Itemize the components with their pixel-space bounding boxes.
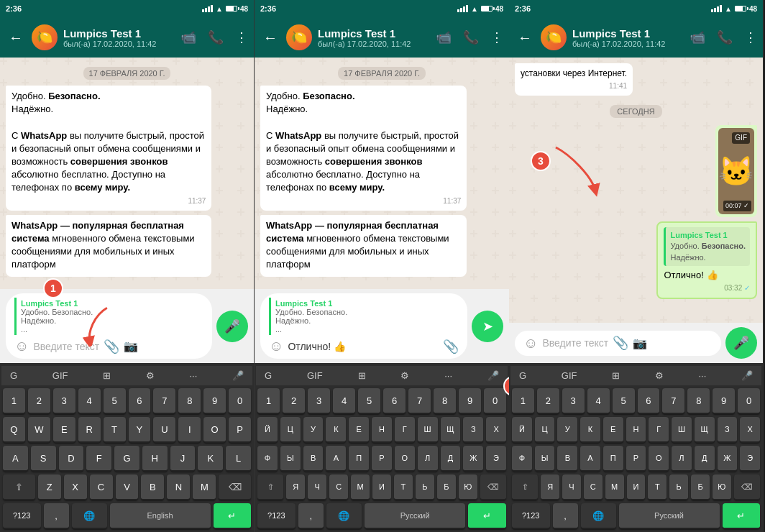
key-s[interactable]: S: [31, 446, 56, 472]
key-h[interactable]: H: [142, 446, 168, 472]
kb-tool-g[interactable]: G: [7, 369, 20, 382]
emoji-button-1[interactable]: ☺: [14, 338, 29, 354]
key-n[interactable]: N: [167, 474, 190, 500]
call-icon-3[interactable]: 📞: [717, 29, 733, 45]
kb-tool-g-2[interactable]: G: [262, 369, 275, 382]
key-k[interactable]: K: [198, 446, 223, 472]
text-input-placeholder-1[interactable]: Введите текст: [33, 341, 99, 352]
key-y[interactable]: Y: [129, 417, 151, 443]
key-globe-2[interactable]: 🌐: [326, 503, 362, 529]
key-r[interactable]: R: [78, 417, 101, 443]
send-button-2[interactable]: ➤: [472, 311, 503, 342]
key-num-3[interactable]: ?123: [512, 503, 550, 529]
key-0[interactable]: 0: [229, 388, 251, 414]
key-v[interactable]: V: [116, 474, 139, 500]
text-input-2[interactable]: Отлично! 👍: [288, 341, 439, 352]
call-icon-2[interactable]: 📞: [463, 29, 479, 45]
key-r1[interactable]: 1: [257, 388, 280, 414]
key-r4[interactable]: 4: [333, 388, 355, 414]
kb-tool-g-3[interactable]: G: [516, 369, 529, 382]
kb-tool-gif[interactable]: GIF: [50, 369, 71, 382]
menu-icon-2[interactable]: ⋮: [490, 29, 503, 45]
key-c[interactable]: C: [90, 474, 113, 500]
key-z[interactable]: Z: [38, 474, 61, 500]
attach-button-3[interactable]: 📎: [613, 335, 628, 351]
key-r3[interactable]: 3: [308, 388, 330, 414]
key-w[interactable]: W: [28, 417, 50, 443]
key-space-2[interactable]: Русский: [365, 503, 465, 529]
kb-tool-settings-3[interactable]: ⚙: [652, 369, 666, 382]
text-input-placeholder-3[interactable]: Введите текст: [542, 337, 608, 349]
back-button[interactable]: ←: [6, 27, 26, 49]
key-r8[interactable]: 8: [434, 388, 456, 414]
back-button-2[interactable]: ←: [260, 27, 280, 49]
kb-tool-grid[interactable]: ⊞: [100, 369, 114, 382]
key-space-3[interactable]: Русский: [619, 503, 720, 529]
key-4[interactable]: 4: [78, 388, 101, 414]
kb-tool-gif-2[interactable]: GIF: [304, 369, 326, 382]
kb-tool-mic-3[interactable]: 🎤: [738, 369, 756, 382]
key-enter-2[interactable]: ↵: [468, 503, 506, 529]
key-shift[interactable]: ⇧: [3, 474, 35, 500]
kb-tool-mic-2[interactable]: 🎤: [485, 369, 502, 382]
key-r7[interactable]: 7: [408, 388, 431, 414]
call-icon[interactable]: 📞: [208, 29, 224, 45]
key-comma-1[interactable]: ,: [44, 503, 69, 529]
kb-tool-grid-3[interactable]: ⊞: [609, 369, 623, 382]
key-6[interactable]: 6: [129, 388, 151, 414]
key-q[interactable]: Q: [3, 417, 25, 443]
key-comma-3[interactable]: ,: [553, 503, 578, 529]
kb-tool-more-3[interactable]: ···: [695, 369, 709, 382]
key-2[interactable]: 2: [28, 388, 50, 414]
mic-button-3[interactable]: 🎤: [725, 327, 757, 359]
key-i[interactable]: I: [178, 417, 201, 443]
key-r9[interactable]: 9: [459, 388, 481, 414]
key-x[interactable]: X: [64, 474, 87, 500]
key-num-1[interactable]: ?123: [3, 503, 41, 529]
header-info-3[interactable]: Lumpics Test 1 был(-а) 17.02.2020, 11:42: [572, 27, 684, 48]
video-call-icon[interactable]: 📹: [180, 29, 196, 45]
menu-icon-3[interactable]: ⋮: [744, 29, 757, 45]
kb-tool-gif-3[interactable]: GIF: [559, 369, 580, 382]
attach-button-1[interactable]: 📎: [104, 339, 119, 354]
key-num-2[interactable]: ?123: [257, 503, 296, 529]
key-3[interactable]: 3: [53, 388, 75, 414]
header-info-1[interactable]: Lumpics Test 1 был(-а) 17.02.2020, 11:42: [63, 27, 175, 48]
camera-button-3[interactable]: 📷: [633, 336, 647, 350]
kb-tool-more-2[interactable]: ···: [441, 369, 455, 382]
key-8[interactable]: 8: [178, 388, 201, 414]
mic-button-1[interactable]: 🎤: [216, 311, 248, 342]
key-9[interactable]: 9: [203, 388, 226, 414]
kb-tool-grid-2[interactable]: ⊞: [355, 369, 369, 382]
key-comma-2[interactable]: ,: [298, 503, 324, 529]
key-l[interactable]: L: [226, 446, 251, 472]
header-info-2[interactable]: Lumpics Test 1 был(-а) 17.02.2020, 11:42: [318, 27, 430, 48]
key-5[interactable]: 5: [104, 388, 126, 414]
key-r0[interactable]: 0: [484, 388, 506, 414]
key-m[interactable]: M: [193, 474, 216, 500]
menu-icon[interactable]: ⋮: [235, 29, 248, 45]
key-e[interactable]: E: [53, 417, 75, 443]
key-r5[interactable]: 5: [358, 388, 380, 414]
key-r2[interactable]: 2: [283, 388, 305, 414]
key-a[interactable]: A: [3, 446, 28, 472]
camera-button-1[interactable]: 📷: [124, 339, 138, 353]
emoji-button-2[interactable]: ☺: [269, 338, 283, 354]
key-d[interactable]: D: [59, 446, 84, 472]
emoji-button-3[interactable]: ☺: [523, 335, 538, 352]
key-globe-1[interactable]: 🌐: [72, 503, 107, 529]
kb-tool-settings-2[interactable]: ⚙: [398, 369, 412, 382]
key-f[interactable]: F: [86, 446, 111, 472]
key-t[interactable]: T: [104, 417, 126, 443]
key-enter-1[interactable]: ↵: [214, 503, 252, 529]
key-b[interactable]: B: [141, 474, 164, 500]
key-r6[interactable]: 6: [383, 388, 406, 414]
attach-button-2[interactable]: 📎: [443, 339, 459, 354]
key-o[interactable]: O: [203, 417, 226, 443]
kb-tool-mic[interactable]: 🎤: [229, 369, 247, 382]
key-u[interactable]: U: [153, 417, 175, 443]
key-globe-3[interactable]: 🌐: [581, 503, 616, 529]
key-g[interactable]: G: [114, 446, 139, 472]
key-enter-3[interactable]: ↵: [723, 503, 761, 529]
video-call-icon-3[interactable]: 📹: [690, 29, 705, 45]
